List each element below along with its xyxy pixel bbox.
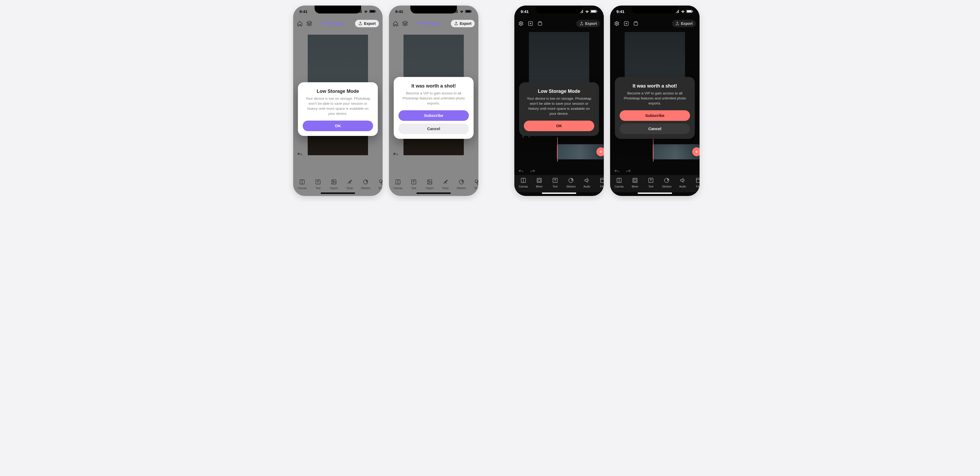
draw-icon bbox=[347, 179, 353, 185]
phone-light-1: 9:41 Photoleap Export CanvasTextImportDr… bbox=[293, 6, 383, 196]
text-icon bbox=[648, 177, 654, 184]
undo-icon[interactable] bbox=[393, 151, 398, 157]
svg-point-35 bbox=[616, 23, 617, 24]
tool-text[interactable]: Text bbox=[643, 177, 658, 188]
timeline[interactable]: 00: bbox=[610, 135, 700, 162]
playhead[interactable] bbox=[653, 137, 654, 162]
export-button[interactable]: Export bbox=[576, 20, 600, 27]
settings-icon[interactable] bbox=[518, 21, 524, 27]
alert-subscribe: It was worth a shot! Become a VIP to gai… bbox=[615, 77, 695, 139]
app-header: Photoleap Export bbox=[389, 17, 478, 30]
canvas-icon bbox=[616, 177, 622, 184]
status-time: 9:41 bbox=[616, 9, 624, 14]
svg-rect-21 bbox=[591, 10, 596, 13]
mixer-icon bbox=[632, 177, 638, 184]
tool-stickers[interactable]: Stickers bbox=[659, 177, 674, 188]
add-clip-button[interactable] bbox=[597, 147, 604, 156]
redo-icon[interactable] bbox=[530, 169, 536, 173]
audio-icon bbox=[584, 177, 590, 184]
tool-stickers[interactable]: Stickers bbox=[454, 179, 469, 190]
layers-icon[interactable] bbox=[306, 21, 312, 27]
svg-rect-33 bbox=[687, 10, 692, 13]
export-label: Export bbox=[585, 21, 597, 25]
export-button[interactable]: Export bbox=[355, 20, 379, 27]
tool-import[interactable]: Import bbox=[326, 179, 341, 190]
tool-label: Canvas bbox=[519, 185, 528, 188]
svg-rect-22 bbox=[597, 11, 597, 12]
redo-icon[interactable] bbox=[625, 169, 631, 173]
svg-rect-37 bbox=[634, 22, 637, 25]
tool-shapes[interactable]: Shap bbox=[470, 179, 478, 190]
projects-icon[interactable] bbox=[537, 21, 543, 27]
alert-title: Low Storage Mode bbox=[303, 89, 373, 94]
home-icon[interactable] bbox=[297, 21, 303, 27]
tool-stickers[interactable]: Stickers bbox=[358, 179, 373, 190]
tool-audio[interactable]: Audio bbox=[675, 177, 690, 188]
alert-subscribe-button[interactable]: Subscribe bbox=[398, 110, 469, 121]
svg-rect-27 bbox=[537, 178, 542, 183]
tool-draw[interactable]: Draw bbox=[342, 179, 357, 190]
filters-icon bbox=[695, 177, 700, 184]
add-clip-button[interactable] bbox=[692, 147, 700, 156]
playhead[interactable] bbox=[557, 137, 558, 162]
undo-icon[interactable] bbox=[297, 151, 303, 157]
alert-ok-button[interactable]: OK bbox=[303, 121, 373, 131]
svg-rect-34 bbox=[692, 11, 693, 12]
battery-icon bbox=[686, 10, 693, 13]
export-button[interactable]: Export bbox=[672, 20, 696, 27]
tool-label: Audio bbox=[583, 185, 590, 188]
stickers-icon bbox=[663, 177, 670, 184]
status-time: 9:41 bbox=[521, 9, 529, 14]
alert-subscribe-button[interactable]: Subscribe bbox=[620, 110, 690, 121]
alert-cancel-button[interactable]: Cancel bbox=[398, 124, 469, 134]
tool-canvas[interactable]: Canvas bbox=[391, 179, 405, 190]
projects-icon[interactable] bbox=[633, 21, 639, 27]
undo-icon[interactable] bbox=[518, 169, 524, 173]
timeline[interactable]: 00: bbox=[514, 135, 604, 162]
tool-mixer[interactable]: Mixer bbox=[628, 177, 643, 188]
tool-audio[interactable]: Audio bbox=[579, 177, 594, 188]
alert-body: Your device is low on storage. Photoleap… bbox=[304, 96, 372, 116]
share-icon bbox=[358, 21, 363, 25]
shapes-icon bbox=[474, 179, 478, 185]
tool-label: Stickers bbox=[361, 187, 371, 190]
tool-label: Import bbox=[426, 187, 433, 190]
bottom-toolbar: CanvasTextImportDrawStickersShap bbox=[293, 179, 383, 190]
layers-icon[interactable] bbox=[402, 21, 408, 27]
svg-point-6 bbox=[332, 181, 334, 182]
svg-rect-40 bbox=[634, 179, 636, 181]
tool-shapes[interactable]: Shap bbox=[374, 179, 383, 190]
alert-cancel-button[interactable]: Cancel bbox=[620, 124, 690, 134]
undo-icon[interactable] bbox=[614, 169, 620, 173]
alert-low-storage: Low Storage Mode Your device is low on s… bbox=[298, 82, 378, 136]
tool-import[interactable]: Import bbox=[422, 179, 437, 190]
play-box-icon[interactable] bbox=[528, 21, 533, 27]
tool-label: Draw bbox=[442, 187, 449, 190]
svg-point-16 bbox=[428, 181, 430, 182]
tool-mixer[interactable]: Mixer bbox=[532, 177, 547, 188]
tool-canvas[interactable]: Canvas bbox=[295, 179, 310, 190]
tool-text[interactable]: Text bbox=[406, 179, 421, 190]
notch bbox=[315, 6, 361, 13]
tool-label: Canvas bbox=[298, 187, 307, 190]
play-box-icon[interactable] bbox=[624, 21, 629, 27]
share-icon bbox=[454, 21, 458, 25]
alert-body: Your device is low on storage. Photoleap… bbox=[525, 96, 593, 116]
tool-draw[interactable]: Draw bbox=[438, 179, 453, 190]
tool-label: Stickers bbox=[566, 185, 576, 188]
export-button[interactable]: Export bbox=[451, 20, 475, 27]
home-icon[interactable] bbox=[393, 21, 398, 27]
tool-filters[interactable]: Filte bbox=[595, 177, 604, 188]
tool-label: Text bbox=[411, 187, 416, 190]
tool-canvas[interactable]: Canvas bbox=[516, 177, 531, 188]
tool-text[interactable]: Text bbox=[310, 179, 325, 190]
svg-rect-2 bbox=[375, 11, 376, 12]
settings-icon[interactable] bbox=[614, 21, 620, 27]
text-icon bbox=[552, 177, 558, 184]
tool-text[interactable]: Text bbox=[548, 177, 563, 188]
alert-title: Low Storage Mode bbox=[524, 89, 594, 94]
tool-stickers[interactable]: Stickers bbox=[563, 177, 578, 188]
tool-filters[interactable]: Filte bbox=[691, 177, 700, 188]
alert-ok-button[interactable]: OK bbox=[524, 121, 594, 131]
tool-canvas[interactable]: Canvas bbox=[612, 177, 627, 188]
